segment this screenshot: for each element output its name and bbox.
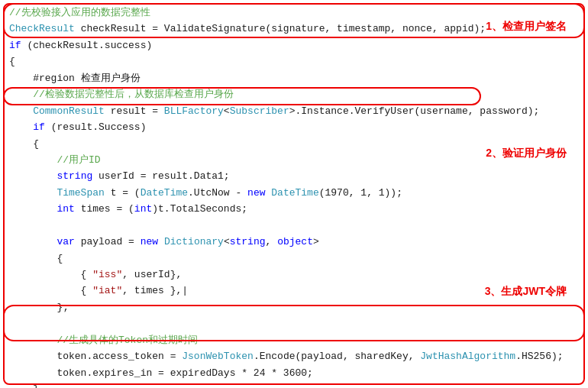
code-line-12: TimeSpan t = (DateTime.UtcNow - new Date… xyxy=(9,185,579,201)
code-line-23: token.expires_in = expiredDays * 24 * 36… xyxy=(9,365,579,381)
code-line-8: if (result.Success) xyxy=(9,119,579,135)
code-line-4: { xyxy=(9,53,579,70)
code-line-6: //检验数据完整性后，从数据库检查用户身份 xyxy=(9,86,579,102)
code-line-1: //先校验接入应用的数据完整性 xyxy=(9,5,579,21)
code-line-22: token.access_token = JsonWebToken.Encode… xyxy=(9,348,579,364)
annotation-3: 3、生成JWT令牌 xyxy=(485,285,567,299)
code-line-14 xyxy=(9,218,579,234)
code-line-20 xyxy=(9,315,579,331)
code-line-5: #region 检查用户身份 xyxy=(9,70,579,86)
annotation-2: 2、验证用户身份 xyxy=(486,147,567,160)
code-line-21: //生成具体的Token和过期时间 xyxy=(9,332,579,348)
code-line-19: }; xyxy=(9,299,579,315)
code-line-17: { "iss", userId}, xyxy=(9,267,579,283)
code-editor: //先校验接入应用的数据完整性 CheckResult checkResult … xyxy=(0,0,588,388)
code-line-15: var payload = new Dictionary<string, obj… xyxy=(9,234,579,250)
code-line-11: string userId = result.Data1; xyxy=(9,168,579,184)
code-line-24: } xyxy=(9,381,579,388)
code-line-3: if (checkResult.success) xyxy=(9,37,579,53)
code-line-16: { xyxy=(9,251,579,267)
code-line-7: CommonResult result = BLLFactory<Subscri… xyxy=(9,103,579,119)
code-line-13: int times = (int)t.TotalSeconds; xyxy=(9,201,579,217)
annotation-1: 1、检查用户签名 xyxy=(486,20,567,34)
